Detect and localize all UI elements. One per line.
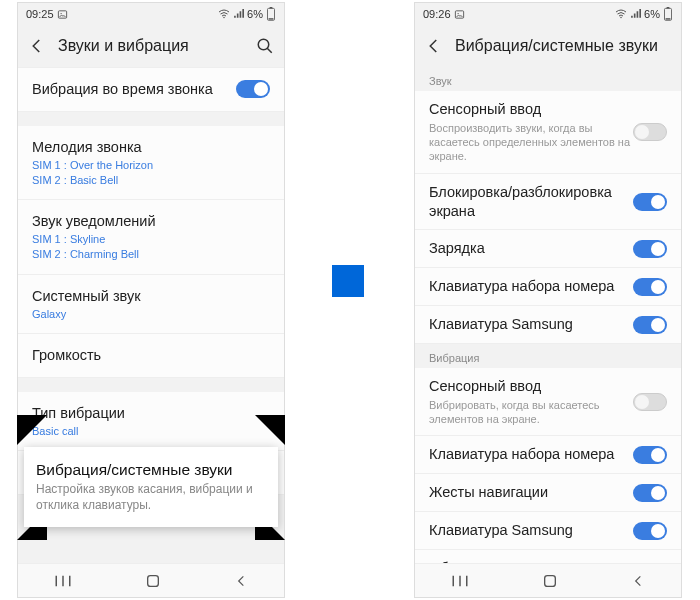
back-icon[interactable] [28,37,46,55]
label: Жесты навигации [429,483,633,502]
row-vibrate-on-call[interactable]: Вибрация во время звонка [18,67,284,112]
signal-icon [233,9,244,19]
value: Galaxy [32,307,270,321]
label: Тип вибрации [32,404,270,423]
phone-right: 09:26 6% Вибрация/системные звуки Звук С… [414,2,682,598]
row-ringtone[interactable]: Мелодия звонка SIM 1 : Over the Horizon … [18,126,284,200]
phone-left: 09:25 6% Звуки и вибрация Вибрация во вр… [17,2,285,598]
toggle-touch-sound[interactable] [633,123,667,141]
toggle-samsung-keyboard-vibration[interactable] [633,522,667,540]
row-samsung-keyboard-vibration[interactable]: Клавиатура Samsung [415,512,681,550]
popup-desc: Настройка звуков касания, вибрации и отк… [36,482,266,513]
description: Воспроизводить звуки, когда вы касаетесь… [429,121,633,164]
section-sound: Звук [415,67,681,91]
status-bar: 09:25 6% [18,3,284,25]
label: Мелодия звонка [32,138,270,157]
wifi-icon [615,9,627,19]
popup-vibration-system-sounds[interactable]: Вибрация/системные звуки Настройка звуко… [24,447,278,527]
row-dialpad-vibration[interactable]: Клавиатура набора номера [415,436,681,474]
section-vibration: Вибрация [415,344,681,368]
sim2-value: SIM 2 : Basic Bell [32,173,270,187]
decoration [17,415,47,445]
back-icon[interactable] [425,37,443,55]
toggle-vibrate-on-call[interactable] [236,80,270,98]
toggle-lock-unlock[interactable] [633,193,667,211]
toggle-samsung-keyboard[interactable] [633,316,667,334]
svg-rect-7 [148,575,159,586]
row-volume[interactable]: Громкость [18,334,284,378]
svg-rect-12 [667,7,670,8]
battery-icon [266,7,276,21]
svg-rect-13 [666,18,671,19]
svg-point-9 [457,12,458,13]
toggle-touch-vibration[interactable] [633,393,667,411]
svg-rect-14 [545,575,556,586]
row-dialpad[interactable]: Клавиатура набора номера [415,268,681,306]
image-icon [454,9,465,20]
label: Клавиатура Samsung [429,521,633,540]
recents-icon[interactable] [54,574,72,588]
row-vibration-type[interactable]: Тип вибрации Basic call [18,392,284,451]
label: Звук уведомлений [32,212,270,231]
label: Клавиатура набора номера [429,277,633,296]
toggle-charging[interactable] [633,240,667,258]
toggle-dialpad-vibration[interactable] [633,446,667,464]
app-bar: Вибрация/системные звуки [415,25,681,67]
row-system-sound[interactable]: Системный звук Galaxy [18,275,284,334]
toggle-dialpad[interactable] [633,278,667,296]
label: Сенсорный ввод [429,100,633,119]
svg-point-1 [60,12,61,13]
page-title: Звуки и вибрация [58,37,244,55]
toggle-nav-gestures[interactable] [633,484,667,502]
label: Сенсорный ввод [429,377,633,396]
decoration [255,415,285,445]
image-icon [57,9,68,20]
status-time: 09:25 [26,8,54,20]
battery-icon [663,7,673,21]
recents-icon[interactable] [451,574,469,588]
sound-list: Сенсорный ввод Воспроизводить звуки, ког… [415,91,681,344]
arrow-connector [332,265,364,297]
vibration-list: Сенсорный ввод Вибрировать, когда вы кас… [415,368,681,587]
svg-rect-4 [270,7,273,8]
status-time: 09:26 [423,8,451,20]
sim1-value: SIM 1 : Over the Horizon [32,158,270,172]
row-touch-sound[interactable]: Сенсорный ввод Воспроизводить звуки, ког… [415,91,681,174]
description: Вибрировать, когда вы касаетесь элементо… [429,398,633,427]
label: Клавиатура Samsung [429,315,633,334]
svg-point-10 [620,17,622,19]
home-icon[interactable] [542,573,558,589]
svg-point-2 [223,17,225,19]
nav-bar [415,563,681,597]
label: Вибрация во время звонка [32,80,236,99]
wifi-icon [218,9,230,19]
nav-bar [18,563,284,597]
row-notification-sound[interactable]: Звук уведомлений SIM 1 : Skyline SIM 2 :… [18,200,284,274]
value: Basic call [32,424,270,438]
battery-percent: 6% [247,8,263,20]
home-icon[interactable] [145,573,161,589]
back-nav-icon[interactable] [631,574,645,588]
signal-icon [630,9,641,19]
sim1-value: SIM 1 : Skyline [32,232,270,246]
svg-point-6 [258,39,269,50]
row-nav-gestures[interactable]: Жесты навигации [415,474,681,512]
app-bar: Звуки и вибрация [18,25,284,67]
page-title: Вибрация/системные звуки [455,37,671,55]
row-touch-vibration[interactable]: Сенсорный ввод Вибрировать, когда вы кас… [415,368,681,436]
sim2-value: SIM 2 : Charming Bell [32,247,270,261]
label: Клавиатура набора номера [429,445,633,464]
battery-percent: 6% [644,8,660,20]
status-bar: 09:26 6% [415,3,681,25]
popup-label: Вибрация/системные звуки [36,461,266,479]
row-charging[interactable]: Зарядка [415,230,681,268]
label: Системный звук [32,287,270,306]
row-lock-unlock[interactable]: Блокировка/разблокировка экрана [415,174,681,231]
back-nav-icon[interactable] [234,574,248,588]
label: Громкость [32,346,270,365]
label: Зарядка [429,239,633,258]
label: Блокировка/разблокировка экрана [429,183,633,221]
svg-rect-5 [269,18,274,19]
search-icon[interactable] [256,37,274,55]
row-samsung-keyboard[interactable]: Клавиатура Samsung [415,306,681,344]
